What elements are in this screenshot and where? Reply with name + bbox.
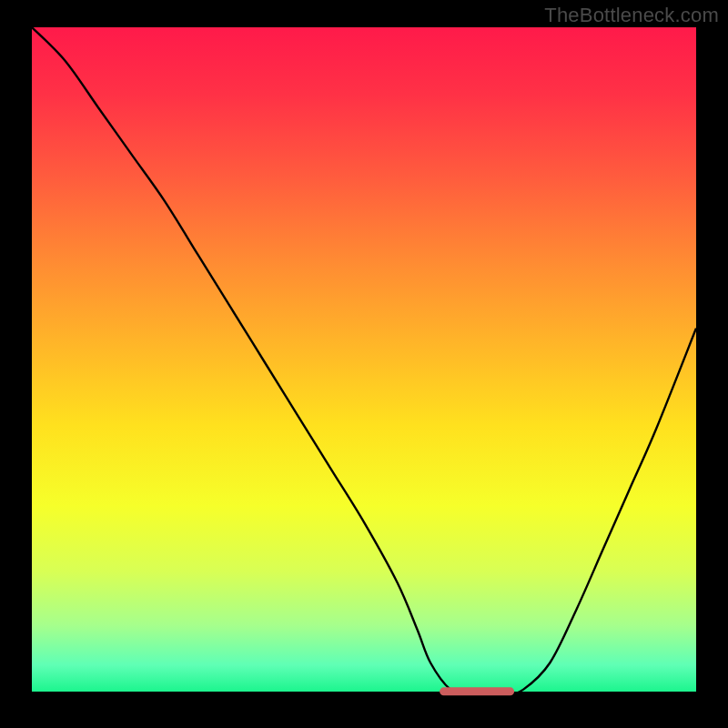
bottleneck-curve <box>32 27 696 696</box>
watermark-label: TheBottleneck.com <box>544 4 719 27</box>
chart-frame: TheBottleneck.com <box>0 0 728 728</box>
curve-layer <box>32 27 696 696</box>
plot-area <box>32 27 696 696</box>
